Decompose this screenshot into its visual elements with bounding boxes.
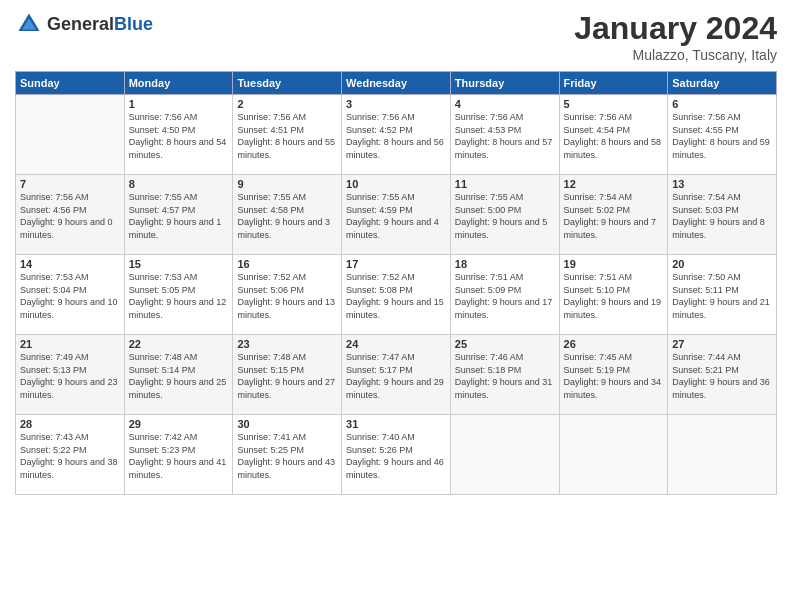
day-number: 28 <box>20 418 120 430</box>
day-info: Sunrise: 7:56 AMSunset: 4:50 PMDaylight:… <box>129 111 229 161</box>
table-row: 30Sunrise: 7:41 AMSunset: 5:25 PMDayligh… <box>233 415 342 495</box>
day-info: Sunrise: 7:43 AMSunset: 5:22 PMDaylight:… <box>20 431 120 481</box>
calendar-week-row: 7Sunrise: 7:56 AMSunset: 4:56 PMDaylight… <box>16 175 777 255</box>
day-number: 7 <box>20 178 120 190</box>
day-number: 4 <box>455 98 555 110</box>
day-number: 27 <box>672 338 772 350</box>
page-container: GeneralBlue January 2024 Mulazzo, Tuscan… <box>0 0 792 505</box>
table-row: 26Sunrise: 7:45 AMSunset: 5:19 PMDayligh… <box>559 335 668 415</box>
day-number: 19 <box>564 258 664 270</box>
day-number: 21 <box>20 338 120 350</box>
day-info: Sunrise: 7:45 AMSunset: 5:19 PMDaylight:… <box>564 351 664 401</box>
table-row: 14Sunrise: 7:53 AMSunset: 5:04 PMDayligh… <box>16 255 125 335</box>
day-number: 31 <box>346 418 446 430</box>
logo-text: GeneralBlue <box>47 14 153 35</box>
calendar-week-row: 1Sunrise: 7:56 AMSunset: 4:50 PMDaylight… <box>16 95 777 175</box>
day-number: 18 <box>455 258 555 270</box>
day-info: Sunrise: 7:55 AMSunset: 4:58 PMDaylight:… <box>237 191 337 241</box>
day-info: Sunrise: 7:49 AMSunset: 5:13 PMDaylight:… <box>20 351 120 401</box>
day-info: Sunrise: 7:47 AMSunset: 5:17 PMDaylight:… <box>346 351 446 401</box>
header: GeneralBlue January 2024 Mulazzo, Tuscan… <box>15 10 777 63</box>
table-row: 21Sunrise: 7:49 AMSunset: 5:13 PMDayligh… <box>16 335 125 415</box>
day-info: Sunrise: 7:42 AMSunset: 5:23 PMDaylight:… <box>129 431 229 481</box>
table-row: 7Sunrise: 7:56 AMSunset: 4:56 PMDaylight… <box>16 175 125 255</box>
col-sunday: Sunday <box>16 72 125 95</box>
day-number: 29 <box>129 418 229 430</box>
col-wednesday: Wednesday <box>342 72 451 95</box>
day-number: 25 <box>455 338 555 350</box>
table-row: 6Sunrise: 7:56 AMSunset: 4:55 PMDaylight… <box>668 95 777 175</box>
day-info: Sunrise: 7:55 AMSunset: 4:59 PMDaylight:… <box>346 191 446 241</box>
day-info: Sunrise: 7:53 AMSunset: 5:04 PMDaylight:… <box>20 271 120 321</box>
logo-blue: Blue <box>114 14 153 34</box>
table-row: 19Sunrise: 7:51 AMSunset: 5:10 PMDayligh… <box>559 255 668 335</box>
table-row <box>450 415 559 495</box>
day-number: 9 <box>237 178 337 190</box>
table-row: 11Sunrise: 7:55 AMSunset: 5:00 PMDayligh… <box>450 175 559 255</box>
day-number: 23 <box>237 338 337 350</box>
table-row: 17Sunrise: 7:52 AMSunset: 5:08 PMDayligh… <box>342 255 451 335</box>
table-row: 1Sunrise: 7:56 AMSunset: 4:50 PMDaylight… <box>124 95 233 175</box>
table-row: 8Sunrise: 7:55 AMSunset: 4:57 PMDaylight… <box>124 175 233 255</box>
col-thursday: Thursday <box>450 72 559 95</box>
day-number: 12 <box>564 178 664 190</box>
month-title: January 2024 <box>574 10 777 47</box>
day-number: 16 <box>237 258 337 270</box>
logo-general: General <box>47 14 114 34</box>
table-row: 25Sunrise: 7:46 AMSunset: 5:18 PMDayligh… <box>450 335 559 415</box>
table-row: 5Sunrise: 7:56 AMSunset: 4:54 PMDaylight… <box>559 95 668 175</box>
table-row <box>559 415 668 495</box>
day-number: 6 <box>672 98 772 110</box>
location-subtitle: Mulazzo, Tuscany, Italy <box>574 47 777 63</box>
table-row: 31Sunrise: 7:40 AMSunset: 5:26 PMDayligh… <box>342 415 451 495</box>
table-row: 4Sunrise: 7:56 AMSunset: 4:53 PMDaylight… <box>450 95 559 175</box>
day-number: 15 <box>129 258 229 270</box>
day-info: Sunrise: 7:56 AMSunset: 4:51 PMDaylight:… <box>237 111 337 161</box>
day-info: Sunrise: 7:48 AMSunset: 5:14 PMDaylight:… <box>129 351 229 401</box>
table-row: 13Sunrise: 7:54 AMSunset: 5:03 PMDayligh… <box>668 175 777 255</box>
day-number: 24 <box>346 338 446 350</box>
day-number: 30 <box>237 418 337 430</box>
day-number: 3 <box>346 98 446 110</box>
table-row: 18Sunrise: 7:51 AMSunset: 5:09 PMDayligh… <box>450 255 559 335</box>
day-info: Sunrise: 7:52 AMSunset: 5:08 PMDaylight:… <box>346 271 446 321</box>
calendar-week-row: 21Sunrise: 7:49 AMSunset: 5:13 PMDayligh… <box>16 335 777 415</box>
day-number: 2 <box>237 98 337 110</box>
day-info: Sunrise: 7:51 AMSunset: 5:09 PMDaylight:… <box>455 271 555 321</box>
calendar-header-row: Sunday Monday Tuesday Wednesday Thursday… <box>16 72 777 95</box>
day-info: Sunrise: 7:54 AMSunset: 5:03 PMDaylight:… <box>672 191 772 241</box>
col-saturday: Saturday <box>668 72 777 95</box>
table-row <box>16 95 125 175</box>
day-info: Sunrise: 7:56 AMSunset: 4:53 PMDaylight:… <box>455 111 555 161</box>
day-info: Sunrise: 7:46 AMSunset: 5:18 PMDaylight:… <box>455 351 555 401</box>
day-info: Sunrise: 7:56 AMSunset: 4:56 PMDaylight:… <box>20 191 120 241</box>
day-info: Sunrise: 7:48 AMSunset: 5:15 PMDaylight:… <box>237 351 337 401</box>
table-row: 3Sunrise: 7:56 AMSunset: 4:52 PMDaylight… <box>342 95 451 175</box>
day-info: Sunrise: 7:53 AMSunset: 5:05 PMDaylight:… <box>129 271 229 321</box>
logo-icon <box>15 10 43 38</box>
day-info: Sunrise: 7:56 AMSunset: 4:55 PMDaylight:… <box>672 111 772 161</box>
day-number: 26 <box>564 338 664 350</box>
day-number: 14 <box>20 258 120 270</box>
calendar-week-row: 14Sunrise: 7:53 AMSunset: 5:04 PMDayligh… <box>16 255 777 335</box>
col-monday: Monday <box>124 72 233 95</box>
day-info: Sunrise: 7:55 AMSunset: 4:57 PMDaylight:… <box>129 191 229 241</box>
calendar-week-row: 28Sunrise: 7:43 AMSunset: 5:22 PMDayligh… <box>16 415 777 495</box>
day-number: 11 <box>455 178 555 190</box>
table-row: 16Sunrise: 7:52 AMSunset: 5:06 PMDayligh… <box>233 255 342 335</box>
day-info: Sunrise: 7:54 AMSunset: 5:02 PMDaylight:… <box>564 191 664 241</box>
day-number: 20 <box>672 258 772 270</box>
day-info: Sunrise: 7:40 AMSunset: 5:26 PMDaylight:… <box>346 431 446 481</box>
table-row: 27Sunrise: 7:44 AMSunset: 5:21 PMDayligh… <box>668 335 777 415</box>
title-block: January 2024 Mulazzo, Tuscany, Italy <box>574 10 777 63</box>
day-number: 22 <box>129 338 229 350</box>
day-number: 17 <box>346 258 446 270</box>
table-row: 15Sunrise: 7:53 AMSunset: 5:05 PMDayligh… <box>124 255 233 335</box>
table-row: 24Sunrise: 7:47 AMSunset: 5:17 PMDayligh… <box>342 335 451 415</box>
day-info: Sunrise: 7:41 AMSunset: 5:25 PMDaylight:… <box>237 431 337 481</box>
table-row: 28Sunrise: 7:43 AMSunset: 5:22 PMDayligh… <box>16 415 125 495</box>
logo: GeneralBlue <box>15 10 153 38</box>
table-row: 12Sunrise: 7:54 AMSunset: 5:02 PMDayligh… <box>559 175 668 255</box>
day-number: 10 <box>346 178 446 190</box>
day-info: Sunrise: 7:51 AMSunset: 5:10 PMDaylight:… <box>564 271 664 321</box>
